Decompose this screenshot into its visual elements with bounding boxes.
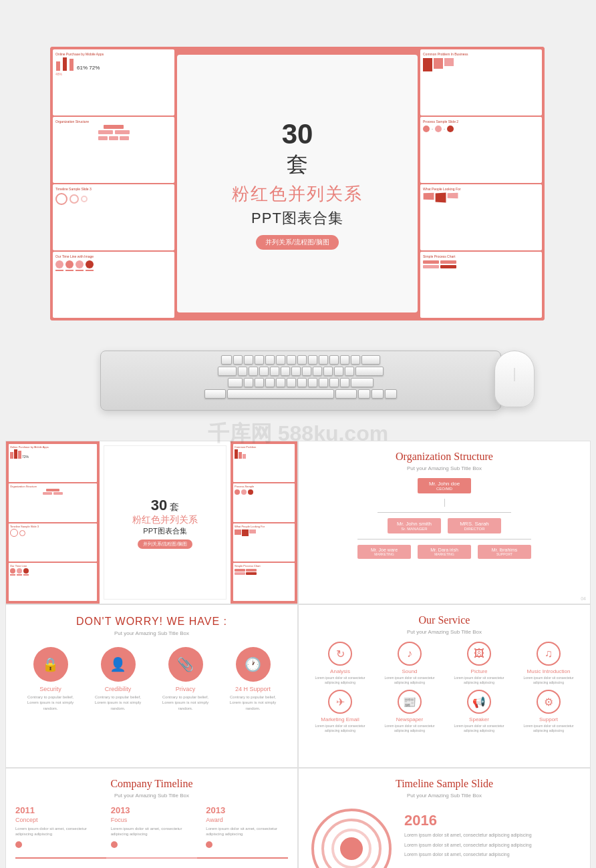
timeline-item-1: 2011 Concept Lorem ipsum dolor sit amet,… (15, 805, 98, 852)
cover-mini-4: Our Time Line (9, 563, 97, 601)
org-staff-3-name: Mr. Ibrahims (484, 548, 525, 552)
service-marketing: ✈ Marketing Email Lorem ipsum dolor sit … (308, 690, 372, 732)
panel-org: Organization Structure Put your Amazing … (298, 441, 591, 604)
badge-label: 并列关系/流程图/脑图 (256, 235, 339, 250)
security-label: Security (39, 686, 61, 692)
org-staff-row: Mr. Joe ware MARKETING Mr. Dara irish MA… (357, 545, 531, 559)
service-speaker: 📢 Speaker Lorem ipsum dolor sit consecte… (447, 690, 511, 732)
slide-count: 30 (232, 118, 363, 150)
timeline-year-1: 2011 (15, 805, 98, 815)
service-support-desc: Lorem ipsum dolor sit consectetur adipis… (516, 724, 581, 732)
org-staff-1-role: MARKETING (364, 552, 404, 556)
cover-unit: 套 (170, 501, 179, 513)
speaker-desc: Lorem ipsum dolor sit consectetur adipis… (447, 724, 511, 732)
timeline-text-1: Lorem ipsum dolor sit amet, consectetur … (15, 826, 98, 837)
marketing-desc: Lorem ipsum dolor sit consectetur adipis… (308, 724, 372, 732)
mini-slide-r3: What People Looking For (420, 184, 542, 250)
cover-mini-3: Timeline Sample Slide 3 (9, 523, 97, 562)
service-sound: ♪ Sound Lorem ipsum dolor sit consectetu… (378, 642, 442, 684)
panel-service: Our Service Put your Amazing Sub Title B… (298, 604, 591, 768)
credibility-label: Credibility (105, 686, 132, 692)
org-manager-1-name: Mr. John smith (394, 521, 434, 527)
service-title: Our Service (308, 614, 581, 626)
sound-name: Sound (402, 668, 417, 674)
page-number: 04 (581, 596, 586, 601)
support-text: Contrary to popular belief, Lorem ipsum … (227, 694, 280, 711)
support-label: 24 H Support (235, 686, 271, 692)
org-staff-1: Mr. Joe ware MARKETING (357, 545, 411, 559)
timeline-subtitle: Put your Amazing Sub Title Box (15, 793, 288, 799)
analysis-name: Analysis (330, 668, 350, 674)
mini-slide-1: Online Purchase by Mobile Apps 61% 72% 4… (53, 49, 174, 116)
service-picture: 🖼 Picture Lorem ipsum dolor sit consecte… (447, 642, 511, 684)
timeline-title: Company Timeline (15, 778, 288, 790)
timeline-sample-text: Lorem ipsum dolor sit amet, consectetur … (404, 832, 581, 839)
org-title: Organization Structure (308, 451, 581, 463)
worry-item-credibility: 👤 Credibility Contrary to popular belief… (92, 647, 145, 711)
org-staff-1-name: Mr. Joe ware (364, 548, 404, 552)
top-banner: Online Purchase by Mobile Apps 61% 72% 4… (50, 47, 545, 320)
service-subtitle: Put your Amazing Sub Title Box (308, 629, 581, 635)
picture-desc: Lorem ipsum dolor sit consectetur adipis… (447, 676, 511, 684)
timeline-text-2: Lorem ipsum dolor sit amet, consectetur … (111, 826, 193, 837)
timeline-text-3: Lorem ipsum dolor sit amet, consectetur … (206, 826, 288, 837)
timeline-items: 2011 Concept Lorem ipsum dolor sit amet,… (15, 805, 288, 852)
cover-mini-1: Online Purchase by Mobile Apps 72% (9, 444, 97, 482)
newspaper-icon: 📰 (398, 690, 422, 714)
timeline-sample-title: Timeline Sample Slide (308, 778, 581, 790)
credibility-text: Contrary to popular belief, Lorem ipsum … (92, 694, 145, 711)
sound-desc: Lorem ipsum dolor sit consectetur adipis… (378, 676, 442, 684)
timeline-event-3: Award (206, 817, 288, 823)
org-manager-1-role: Sr. MANAGER (394, 527, 434, 531)
cover-right-mini: Common Problem Process Sample What Peopl… (231, 441, 297, 604)
org-manager-2: MRS. Sarah DIRECTOR (448, 518, 501, 533)
worry-item-support: 🕐 24 H Support Contrary to popular belie… (227, 647, 280, 711)
security-icon: 🔒 (33, 647, 68, 682)
service-newspaper: 📰 Newspaper Lorem ipsum dolor sit consec… (378, 690, 442, 732)
title-cn: 粉红色并列关系 (232, 182, 363, 206)
timeline-item-3: 2013 Award Lorem ipsum dolor sit amet, c… (206, 805, 288, 852)
cover-center-content: 30 套 粉红色并列关系 PPT图表合集 并列关系/流程图/脑图 (132, 497, 198, 549)
timeline-year-label: 2016 (404, 812, 581, 829)
mini-slide-4: Our Time Line with Image (53, 252, 174, 318)
org-staff-3: Mr. Ibrahims SUPPORT (478, 545, 531, 559)
banner-center: 30 套 粉红色并列关系 PPT图表合集 并列关系/流程图/脑图 (177, 55, 418, 312)
panel-company-timeline: Company Timeline Put your Amazing Sub Ti… (5, 768, 298, 868)
service-support: ⚙ Support Lorem ipsum dolor sit consecte… (516, 690, 581, 732)
mouse (494, 351, 535, 407)
org-ceo-box: Mr. John doe CEO/MD (418, 478, 471, 493)
service-support-icon: ⚙ (537, 690, 561, 714)
timeline-dot-3 (206, 841, 212, 848)
sound-icon: ♪ (398, 642, 422, 666)
security-text: Contrary to popular belief, Lorem ipsum … (24, 694, 78, 711)
music-icon: ♫ (537, 642, 561, 666)
newspaper-name: Newspaper (396, 716, 423, 722)
timeline-year-3: 2013 (206, 805, 288, 815)
picture-name: Picture (471, 668, 488, 674)
cover-subtitle: PPT图表合集 (132, 526, 198, 536)
center-content: 30 套 粉红色并列关系 PPT图表合集 并列关系/流程图/脑图 (218, 105, 376, 263)
cover-right: 30 套 粉红色并列关系 PPT图表合集 并列关系/流程图/脑图 (104, 445, 227, 600)
timeline-sample-subtitle: Put your Amazing Sub Title Box (308, 793, 581, 799)
service-music: ♫ Music Introduction Lorem ipsum dolor s… (516, 642, 581, 684)
panel-worry: DON'T WORRY! WE HAVE : Put your Amazing … (5, 604, 298, 768)
music-name: Music Introduction (527, 668, 571, 674)
org-manager-2-name: MRS. Sarah (454, 521, 494, 527)
timeline-dot-1 (15, 841, 22, 848)
org-ceo-name: Mr. John doe (424, 481, 464, 487)
org-staff-2: Mr. Dara irish MARKETING (418, 545, 471, 559)
panel-timeline-sample: Timeline Sample Slide Put your Amazing S… (298, 768, 591, 868)
cover-right-mini-2: Process Sample (233, 483, 295, 521)
mini-slide-2: Organization Structure (53, 117, 174, 183)
mini-slide-r1: Common Problem In Business (420, 49, 542, 116)
music-desc: Lorem ipsum dolor sit consectetur adipis… (516, 676, 581, 684)
service-support-name: Support (539, 716, 558, 722)
marketing-name: Marketing Email (321, 716, 359, 722)
timeline-year-2: 2013 (111, 805, 193, 815)
worry-subtitle: Put your Amazing Sub Title Box (17, 630, 287, 636)
unit-label: 套 (287, 152, 308, 176)
org-chart: Mr. John doe CEO/MD Mr. John smith Sr. M… (308, 478, 581, 559)
cover-mini-2: Organization Structure (9, 483, 97, 521)
panel-cover: Online Purchase by Mobile Apps 72% Organ… (5, 441, 298, 604)
worry-item-security: 🔒 Security Contrary to popular belief, L… (24, 647, 78, 711)
